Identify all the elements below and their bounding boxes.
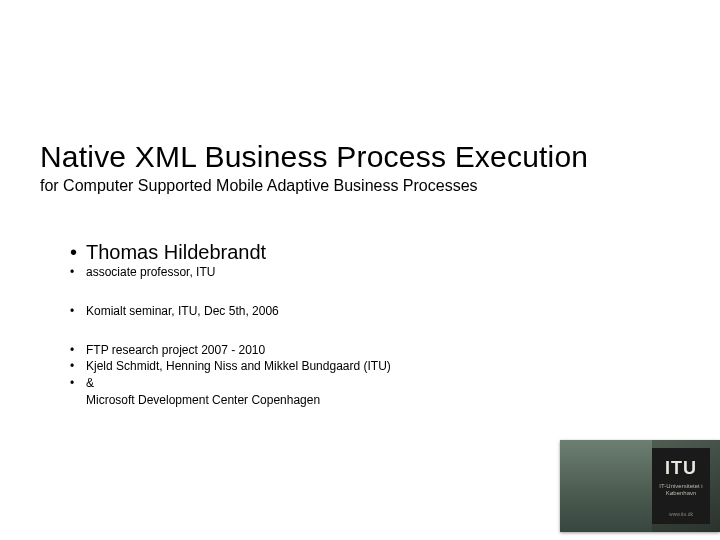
event-group: • Komialt seminar, ITU, Dec 5th, 2006 xyxy=(70,303,660,320)
details-group: • FTP research project 2007 - 2010 • Kje… xyxy=(70,342,660,409)
photo-building xyxy=(560,440,652,532)
org-row: Microsoft Development Center Copenhagen xyxy=(70,392,660,409)
amp-row: • & xyxy=(70,375,660,392)
title-block: Native XML Business Process Execution fo… xyxy=(40,140,680,195)
author-row: • Thomas Hildebrandt xyxy=(70,240,660,264)
org-text: Microsoft Development Center Copenhagen xyxy=(86,393,320,407)
bullet-icon: • xyxy=(70,264,80,281)
slide-subtitle: for Computer Supported Mobile Adaptive B… xyxy=(40,177,680,195)
author-role: associate professor, ITU xyxy=(86,264,215,281)
itu-photo: ITU IT-Universitetet i København www.itu… xyxy=(560,440,720,532)
amp-text: & xyxy=(86,375,94,392)
bullet-icon: • xyxy=(70,342,80,359)
people-text: Kjeld Schmidt, Henning Niss and Mikkel B… xyxy=(86,358,391,375)
bullet-icon: • xyxy=(70,240,80,264)
content-block: • Thomas Hildebrandt • associate profess… xyxy=(70,240,660,431)
bullet-icon: • xyxy=(70,303,80,320)
event-row: • Komialt seminar, ITU, Dec 5th, 2006 xyxy=(70,303,660,320)
bullet-icon: • xyxy=(70,358,80,375)
project-text: FTP research project 2007 - 2010 xyxy=(86,342,265,359)
project-row: • FTP research project 2007 - 2010 xyxy=(70,342,660,359)
itu-logo-sub1: IT-Universitetet i København xyxy=(652,483,710,497)
slide: Native XML Business Process Execution fo… xyxy=(0,0,720,540)
itu-logo-label: ITU xyxy=(665,458,697,479)
itu-logo-sub2: www.itu.dk xyxy=(669,511,693,517)
author-group: • Thomas Hildebrandt • associate profess… xyxy=(70,240,660,281)
people-row: • Kjeld Schmidt, Henning Niss and Mikkel… xyxy=(70,358,660,375)
itu-sign: ITU IT-Universitetet i København www.itu… xyxy=(652,448,710,524)
event-text: Komialt seminar, ITU, Dec 5th, 2006 xyxy=(86,303,279,320)
slide-title: Native XML Business Process Execution xyxy=(40,140,680,175)
author-role-row: • associate professor, ITU xyxy=(70,264,660,281)
author-name: Thomas Hildebrandt xyxy=(86,240,266,264)
bullet-icon: • xyxy=(70,375,80,392)
